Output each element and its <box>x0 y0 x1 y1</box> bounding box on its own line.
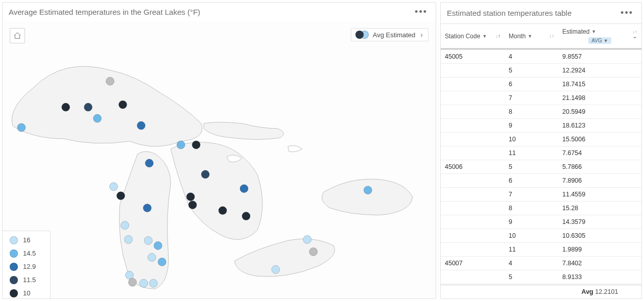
map-legend: 1614.512.911.510 <box>3 231 51 299</box>
sort-icon[interactable]: ↓↑ <box>549 33 554 39</box>
cell-estimated: 14.3579 <box>558 215 641 229</box>
table-rows[interactable]: 4500549.8557512.2924618.7415721.1498820.… <box>441 50 641 285</box>
station-marker[interactable] <box>128 278 136 286</box>
sort-icon[interactable]: ↓↑ <box>495 33 500 39</box>
cell-estimated: 7.6754 <box>558 146 641 160</box>
station-marker[interactable] <box>145 159 153 167</box>
station-marker[interactable] <box>177 141 185 149</box>
column-header-station[interactable]: Station Code ▼ ↓↑ <box>441 24 505 48</box>
station-marker[interactable] <box>201 170 209 179</box>
cell-month: 10 <box>505 133 558 146</box>
table-row[interactable]: 1010.6305 <box>441 229 641 243</box>
cell-station <box>441 174 505 187</box>
table-panel-header: Estimated station temperatures table ••• <box>441 3 641 23</box>
station-marker[interactable] <box>149 279 157 287</box>
cell-station <box>441 202 505 215</box>
table-row[interactable]: 1015.5006 <box>441 133 641 146</box>
column-header-month[interactable]: Month ▼ ↓↑ <box>505 24 558 48</box>
table-row[interactable]: 4500549.8557 <box>441 50 641 64</box>
cell-estimated: 10.6305 <box>558 229 641 242</box>
station-marker[interactable] <box>309 247 318 256</box>
station-marker[interactable] <box>110 183 118 191</box>
table-row[interactable]: 918.6123 <box>441 119 641 133</box>
legend-label: 14.5 <box>23 249 36 257</box>
station-marker[interactable] <box>148 253 156 261</box>
cell-month: 8 <box>505 202 558 215</box>
station-marker[interactable] <box>188 201 197 209</box>
table-row[interactable]: 820.5949 <box>441 105 641 119</box>
map-panel: Average Estimated temperatures in the Gr… <box>2 2 436 299</box>
station-marker[interactable] <box>240 185 248 193</box>
station-marker[interactable] <box>93 114 102 122</box>
table-row[interactable]: 618.7415 <box>441 78 641 91</box>
station-marker[interactable] <box>106 77 114 85</box>
cell-station: 45005 <box>441 50 505 63</box>
station-marker[interactable] <box>303 236 312 244</box>
legend-dot <box>10 263 18 271</box>
table-row[interactable]: 512.2924 <box>441 64 641 78</box>
chevron-down-icon[interactable]: ⌄ <box>632 33 637 40</box>
table-row[interactable]: 58.9133 <box>441 270 641 284</box>
map-body[interactable]: Avg Estimated › 1614.512.911.510 <box>3 21 436 299</box>
table-row[interactable]: 4500655.7866 <box>441 160 641 174</box>
table-row[interactable]: 4500747.8402 <box>441 257 641 270</box>
table-row[interactable]: 67.8906 <box>441 174 641 188</box>
cell-month: 8 <box>505 105 558 118</box>
layer-toggle[interactable]: Avg Estimated › <box>351 28 428 41</box>
home-button[interactable] <box>10 28 25 43</box>
map-more-menu[interactable]: ••• <box>413 6 430 18</box>
station-marker[interactable] <box>137 121 145 130</box>
chevron-right-icon[interactable]: › <box>419 31 424 39</box>
cell-month: 9 <box>505 215 558 229</box>
station-marker[interactable] <box>154 241 162 249</box>
station-marker[interactable] <box>124 236 132 244</box>
cell-station <box>441 270 505 284</box>
legend-label: 11.5 <box>23 276 36 284</box>
station-marker[interactable] <box>192 141 200 149</box>
table-row[interactable]: 815.28 <box>441 202 641 215</box>
table-row[interactable]: 111.9899 <box>441 243 641 257</box>
station-marker[interactable] <box>364 186 372 194</box>
station-marker[interactable] <box>186 193 195 201</box>
table-footer: Avg 12.2101 <box>441 285 641 298</box>
cell-month: 11 <box>505 243 558 256</box>
cell-estimated: 9.8557 <box>558 50 641 63</box>
table-row[interactable]: 711.4559 <box>441 188 641 202</box>
layer-toggle-label: Avg Estimated <box>373 31 416 39</box>
chevron-down-icon: ▼ <box>604 38 608 43</box>
legend-row: 14.5 <box>10 249 40 258</box>
table-row[interactable]: 721.1498 <box>441 91 641 105</box>
station-marker[interactable] <box>219 207 227 215</box>
station-marker[interactable] <box>62 103 70 111</box>
station-marker[interactable] <box>118 101 127 109</box>
legend-row: 11.5 <box>10 276 40 284</box>
table-row[interactable]: 914.3579 <box>441 215 641 229</box>
cell-month: 6 <box>505 78 558 91</box>
great-lakes-map[interactable] <box>3 21 436 299</box>
cell-month: 7 <box>505 188 558 201</box>
data-table: Station Code ▼ ↓↑ Month ▼ ↓↑ Estimated ▼… <box>441 23 641 298</box>
station-marker[interactable] <box>158 258 166 266</box>
station-marker[interactable] <box>17 123 26 132</box>
column-header-estimated[interactable]: Estimated ▼ ↓↑ ⌄ AVG ▼ <box>558 24 641 48</box>
cell-month: 11 <box>505 146 558 160</box>
station-marker[interactable] <box>139 279 148 287</box>
station-marker[interactable] <box>144 237 152 245</box>
footer-label: Avg <box>582 288 593 295</box>
chevron-down-icon: ▼ <box>591 29 596 34</box>
cell-estimated: 20.5949 <box>558 105 641 118</box>
table-more-menu[interactable]: ••• <box>618 7 635 19</box>
station-marker[interactable] <box>121 221 129 230</box>
station-marker[interactable] <box>242 212 250 220</box>
station-marker[interactable] <box>125 271 133 279</box>
station-marker[interactable] <box>84 103 92 111</box>
cell-estimated: 18.7415 <box>558 78 641 91</box>
legend-label: 10 <box>23 289 30 297</box>
table-row[interactable]: 117.6754 <box>441 146 641 160</box>
cell-month: 9 <box>505 119 558 132</box>
station-marker[interactable] <box>143 204 151 212</box>
station-marker[interactable] <box>272 265 280 273</box>
aggregation-pill[interactable]: AVG ▼ <box>588 37 611 44</box>
map-panel-header: Average Estimated temperatures in the Gr… <box>3 3 436 21</box>
station-marker[interactable] <box>116 192 125 200</box>
